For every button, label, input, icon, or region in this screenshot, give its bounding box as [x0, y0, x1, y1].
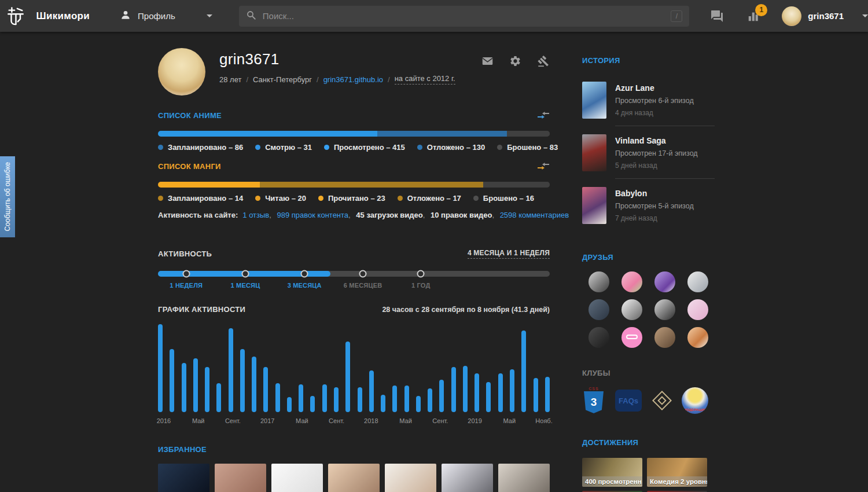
profile-menu-caret-icon[interactable]	[207, 14, 212, 17]
brand-title[interactable]: Шикимори	[36, 10, 90, 22]
stats-icon[interactable]: 1	[747, 10, 760, 23]
anime-legend-item[interactable]: Запланировано – 86	[158, 143, 243, 152]
separator: ,	[423, 211, 427, 219]
ban-hammer-icon[interactable]	[537, 55, 550, 67]
manga-legend-item[interactable]: Читаю – 20	[255, 194, 306, 203]
favorite-thumb[interactable]	[158, 464, 209, 492]
favorite-thumb[interactable]	[328, 464, 380, 492]
clubs-row: CSS 3 FAQs МОДЕРАЦИЯ	[582, 387, 715, 414]
favorite-thumb[interactable]	[385, 464, 436, 492]
manga-legend-item[interactable]: Запланировано – 14	[158, 194, 243, 203]
anime-legend-item[interactable]: Просмотрено – 415	[324, 143, 405, 152]
notification-badge[interactable]: 1	[755, 4, 767, 16]
status-dot-icon	[398, 196, 403, 201]
x-axis-label: Май	[503, 417, 516, 424]
search-input[interactable]: Поиск... /	[239, 6, 689, 27]
friend-avatar[interactable]	[654, 327, 675, 348]
navbar: Шикимори Профиль Поиск... /	[0, 0, 868, 32]
slider-knob[interactable]	[241, 270, 249, 278]
keyboard-shortcut-hint: /	[671, 10, 682, 22]
collapse-anime-list-icon[interactable]	[537, 111, 550, 120]
anime-title-link[interactable]: Vinland Saga	[615, 136, 698, 145]
slider-knob[interactable]	[301, 270, 308, 278]
favorite-thumb[interactable]	[498, 464, 550, 492]
history-title[interactable]: ИСТОРИЯ	[582, 56, 620, 65]
friend-avatar[interactable]	[654, 271, 675, 292]
nav-profile-menu[interactable]: Профиль	[120, 9, 175, 23]
anime-legend-item[interactable]: Отложено – 130	[417, 143, 485, 152]
anime-title-link[interactable]: Babylon	[615, 189, 694, 198]
activity-period-value[interactable]: 4 МЕСЯЦА И 1 НЕДЕЛЯ	[468, 249, 550, 259]
club-moderation-icon[interactable]: МОДЕРАЦИЯ	[682, 387, 708, 414]
clubs-title[interactable]: КЛУБЫ	[582, 369, 610, 377]
slider-tick-label[interactable]: 3 МЕСЯЦА	[288, 282, 322, 289]
anime-poster-thumb[interactable]	[582, 134, 606, 171]
status-label: Запланировано – 86	[168, 143, 243, 152]
friend-avatar[interactable]	[589, 327, 609, 348]
anime-legend-item[interactable]: Брошено – 83	[497, 143, 558, 152]
mail-icon[interactable]	[481, 55, 494, 67]
anime-poster-thumb[interactable]	[582, 82, 606, 119]
club-faq-icon[interactable]: FAQs	[615, 390, 642, 412]
slider-knob[interactable]	[359, 270, 367, 278]
manga-legend-item[interactable]: Отложено – 17	[398, 194, 461, 203]
slider-tick-label[interactable]: 6 МЕСЯЦЕВ	[344, 282, 382, 289]
x-axis-label: 2016	[157, 417, 171, 424]
anime-legend-item[interactable]: Смотрю – 31	[255, 143, 312, 152]
profile-meta-item[interactable]: grin3671.github.io	[323, 75, 383, 84]
status-label: Читаю – 20	[265, 194, 306, 203]
status-label: Отложено – 17	[407, 194, 461, 203]
activity-bar-chart	[158, 324, 550, 412]
clubs-section: КЛУБЫ CSS 3 FAQs МОДЕРАЦИЯ	[582, 368, 715, 414]
favorites-title[interactable]: ИЗБРАННОЕ	[158, 445, 207, 454]
slider-knob[interactable]	[182, 270, 190, 278]
achievement-card[interactable]: Комедия 2 уровня	[647, 458, 707, 487]
nav-user-menu[interactable]: grin3671	[782, 6, 844, 26]
x-axis-label: 2018	[364, 417, 378, 424]
collapse-manga-list-icon[interactable]	[537, 161, 550, 171]
x-axis-label: 2017	[260, 417, 274, 424]
club-diamond-icon[interactable]	[650, 388, 674, 413]
club-css3-icon[interactable]: CSS 3	[582, 387, 605, 414]
achievement-card[interactable]: 400 просмотренн…	[582, 458, 642, 487]
friend-avatar[interactable]	[687, 299, 708, 320]
friend-avatar[interactable]	[621, 271, 642, 292]
favorite-thumb[interactable]	[271, 464, 323, 492]
anime-title-link[interactable]: Azur Lane	[615, 83, 694, 93]
favorite-thumb[interactable]	[215, 464, 266, 492]
slider-knob[interactable]	[417, 270, 425, 278]
anime-list-title[interactable]: СПИСОК АНИМЕ	[158, 111, 222, 120]
status-dot-icon	[318, 196, 323, 201]
user-menu-caret-icon[interactable]	[862, 14, 868, 17]
friend-avatar[interactable]	[589, 299, 609, 320]
messages-icon[interactable]	[710, 9, 724, 23]
profile-avatar[interactable]	[158, 48, 205, 96]
slider-tick-label[interactable]: 1 НЕДЕЛЯ	[170, 282, 203, 289]
achievements-title[interactable]: ДОСТИЖЕНИЯ	[582, 438, 638, 447]
period-slider-track[interactable]	[158, 271, 550, 277]
manga-legend-item[interactable]: Брошено – 16	[473, 194, 534, 203]
friend-avatar[interactable]	[589, 271, 609, 292]
status-label: Смотрю – 31	[265, 143, 312, 152]
activity-stat[interactable]: 2598 комментариев	[500, 211, 569, 219]
anime-poster-thumb[interactable]	[582, 187, 606, 224]
friend-avatar[interactable]	[621, 299, 642, 320]
site-logo-icon[interactable]	[0, 0, 32, 32]
friend-avatar[interactable]	[654, 299, 675, 320]
manga-legend-item[interactable]: Прочитано – 23	[318, 194, 385, 203]
css-badge-shield: 3	[584, 391, 604, 413]
friend-avatar[interactable]	[687, 271, 708, 292]
report-error-tab[interactable]: Сообщить об ошибке	[0, 156, 15, 237]
activity-stat[interactable]: 1 отзыв	[242, 211, 269, 219]
manga-list-title[interactable]: СПИСОК МАНГИ	[158, 162, 221, 171]
activity-stat[interactable]: 989 правок контента	[277, 211, 348, 219]
settings-gear-icon[interactable]	[509, 55, 521, 67]
friend-avatar[interactable]	[687, 327, 708, 348]
profile-meta-item[interactable]: на сайте с 2012 г.	[395, 74, 455, 85]
friends-title[interactable]: ДРУЗЬЯ	[582, 253, 613, 262]
slider-tick-label[interactable]: 1 ГОД	[411, 282, 431, 289]
activity-stat: 10 правок видео	[431, 211, 492, 219]
favorite-thumb[interactable]	[442, 464, 493, 492]
slider-tick-label[interactable]: 1 МЕСЯЦ	[230, 282, 260, 289]
friend-avatar[interactable]	[621, 327, 642, 348]
